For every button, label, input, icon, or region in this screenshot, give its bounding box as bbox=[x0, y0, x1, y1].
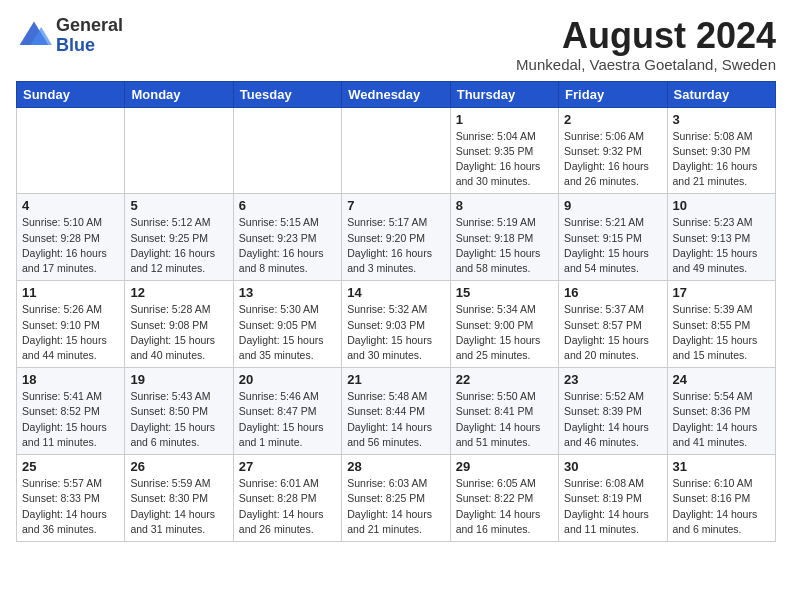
logo-blue: Blue bbox=[56, 35, 95, 55]
day-info: Sunrise: 5:39 AMSunset: 8:55 PMDaylight:… bbox=[673, 302, 770, 363]
calendar-week-row: 4Sunrise: 5:10 AMSunset: 9:28 PMDaylight… bbox=[17, 194, 776, 281]
calendar-table: SundayMondayTuesdayWednesdayThursdayFrid… bbox=[16, 81, 776, 542]
day-info: Sunrise: 5:21 AMSunset: 9:15 PMDaylight:… bbox=[564, 215, 661, 276]
calendar-cell: 27Sunrise: 6:01 AMSunset: 8:28 PMDayligh… bbox=[233, 455, 341, 542]
day-info: Sunrise: 5:17 AMSunset: 9:20 PMDaylight:… bbox=[347, 215, 444, 276]
day-info: Sunrise: 5:04 AMSunset: 9:35 PMDaylight:… bbox=[456, 129, 553, 190]
day-number: 22 bbox=[456, 372, 553, 387]
day-number: 3 bbox=[673, 112, 770, 127]
day-number: 17 bbox=[673, 285, 770, 300]
calendar-cell: 15Sunrise: 5:34 AMSunset: 9:00 PMDayligh… bbox=[450, 281, 558, 368]
day-info: Sunrise: 6:08 AMSunset: 8:19 PMDaylight:… bbox=[564, 476, 661, 537]
calendar-cell: 17Sunrise: 5:39 AMSunset: 8:55 PMDayligh… bbox=[667, 281, 775, 368]
weekday-header: Tuesday bbox=[233, 81, 341, 107]
weekday-header: Friday bbox=[559, 81, 667, 107]
day-info: Sunrise: 6:03 AMSunset: 8:25 PMDaylight:… bbox=[347, 476, 444, 537]
day-number: 19 bbox=[130, 372, 227, 387]
day-number: 14 bbox=[347, 285, 444, 300]
day-number: 21 bbox=[347, 372, 444, 387]
day-info: Sunrise: 5:12 AMSunset: 9:25 PMDaylight:… bbox=[130, 215, 227, 276]
day-info: Sunrise: 5:06 AMSunset: 9:32 PMDaylight:… bbox=[564, 129, 661, 190]
calendar-cell: 19Sunrise: 5:43 AMSunset: 8:50 PMDayligh… bbox=[125, 368, 233, 455]
calendar-cell bbox=[125, 107, 233, 194]
calendar-cell: 24Sunrise: 5:54 AMSunset: 8:36 PMDayligh… bbox=[667, 368, 775, 455]
calendar-cell: 22Sunrise: 5:50 AMSunset: 8:41 PMDayligh… bbox=[450, 368, 558, 455]
day-number: 28 bbox=[347, 459, 444, 474]
calendar-cell: 10Sunrise: 5:23 AMSunset: 9:13 PMDayligh… bbox=[667, 194, 775, 281]
day-info: Sunrise: 6:05 AMSunset: 8:22 PMDaylight:… bbox=[456, 476, 553, 537]
calendar-cell: 29Sunrise: 6:05 AMSunset: 8:22 PMDayligh… bbox=[450, 455, 558, 542]
weekday-header: Sunday bbox=[17, 81, 125, 107]
calendar-week-row: 18Sunrise: 5:41 AMSunset: 8:52 PMDayligh… bbox=[17, 368, 776, 455]
day-info: Sunrise: 5:43 AMSunset: 8:50 PMDaylight:… bbox=[130, 389, 227, 450]
day-number: 9 bbox=[564, 198, 661, 213]
calendar-cell: 8Sunrise: 5:19 AMSunset: 9:18 PMDaylight… bbox=[450, 194, 558, 281]
calendar-cell: 28Sunrise: 6:03 AMSunset: 8:25 PMDayligh… bbox=[342, 455, 450, 542]
calendar-cell: 3Sunrise: 5:08 AMSunset: 9:30 PMDaylight… bbox=[667, 107, 775, 194]
day-number: 27 bbox=[239, 459, 336, 474]
calendar-cell bbox=[342, 107, 450, 194]
day-number: 24 bbox=[673, 372, 770, 387]
day-number: 23 bbox=[564, 372, 661, 387]
day-number: 12 bbox=[130, 285, 227, 300]
calendar-cell: 26Sunrise: 5:59 AMSunset: 8:30 PMDayligh… bbox=[125, 455, 233, 542]
day-info: Sunrise: 5:59 AMSunset: 8:30 PMDaylight:… bbox=[130, 476, 227, 537]
day-info: Sunrise: 6:01 AMSunset: 8:28 PMDaylight:… bbox=[239, 476, 336, 537]
day-number: 11 bbox=[22, 285, 119, 300]
calendar-cell: 5Sunrise: 5:12 AMSunset: 9:25 PMDaylight… bbox=[125, 194, 233, 281]
day-number: 31 bbox=[673, 459, 770, 474]
calendar-cell bbox=[233, 107, 341, 194]
calendar-cell: 2Sunrise: 5:06 AMSunset: 9:32 PMDaylight… bbox=[559, 107, 667, 194]
weekday-header: Saturday bbox=[667, 81, 775, 107]
calendar-cell: 13Sunrise: 5:30 AMSunset: 9:05 PMDayligh… bbox=[233, 281, 341, 368]
day-number: 30 bbox=[564, 459, 661, 474]
day-info: Sunrise: 5:41 AMSunset: 8:52 PMDaylight:… bbox=[22, 389, 119, 450]
calendar-cell: 6Sunrise: 5:15 AMSunset: 9:23 PMDaylight… bbox=[233, 194, 341, 281]
calendar-header-row: SundayMondayTuesdayWednesdayThursdayFrid… bbox=[17, 81, 776, 107]
day-info: Sunrise: 5:54 AMSunset: 8:36 PMDaylight:… bbox=[673, 389, 770, 450]
calendar-week-row: 11Sunrise: 5:26 AMSunset: 9:10 PMDayligh… bbox=[17, 281, 776, 368]
calendar-cell: 16Sunrise: 5:37 AMSunset: 8:57 PMDayligh… bbox=[559, 281, 667, 368]
day-number: 29 bbox=[456, 459, 553, 474]
day-number: 13 bbox=[239, 285, 336, 300]
calendar-cell: 25Sunrise: 5:57 AMSunset: 8:33 PMDayligh… bbox=[17, 455, 125, 542]
day-info: Sunrise: 5:15 AMSunset: 9:23 PMDaylight:… bbox=[239, 215, 336, 276]
calendar-cell: 31Sunrise: 6:10 AMSunset: 8:16 PMDayligh… bbox=[667, 455, 775, 542]
day-number: 7 bbox=[347, 198, 444, 213]
day-info: Sunrise: 5:23 AMSunset: 9:13 PMDaylight:… bbox=[673, 215, 770, 276]
page-header: General Blue August 2024 Munkedal, Vaest… bbox=[16, 16, 776, 73]
logo-icon bbox=[16, 18, 52, 54]
day-number: 26 bbox=[130, 459, 227, 474]
calendar-cell: 18Sunrise: 5:41 AMSunset: 8:52 PMDayligh… bbox=[17, 368, 125, 455]
day-info: Sunrise: 5:48 AMSunset: 8:44 PMDaylight:… bbox=[347, 389, 444, 450]
day-info: Sunrise: 5:34 AMSunset: 9:00 PMDaylight:… bbox=[456, 302, 553, 363]
day-info: Sunrise: 5:50 AMSunset: 8:41 PMDaylight:… bbox=[456, 389, 553, 450]
calendar-cell: 7Sunrise: 5:17 AMSunset: 9:20 PMDaylight… bbox=[342, 194, 450, 281]
calendar-cell: 12Sunrise: 5:28 AMSunset: 9:08 PMDayligh… bbox=[125, 281, 233, 368]
calendar-week-row: 1Sunrise: 5:04 AMSunset: 9:35 PMDaylight… bbox=[17, 107, 776, 194]
day-info: Sunrise: 5:30 AMSunset: 9:05 PMDaylight:… bbox=[239, 302, 336, 363]
day-info: Sunrise: 5:19 AMSunset: 9:18 PMDaylight:… bbox=[456, 215, 553, 276]
location: Munkedal, Vaestra Goetaland, Sweden bbox=[516, 56, 776, 73]
day-info: Sunrise: 5:26 AMSunset: 9:10 PMDaylight:… bbox=[22, 302, 119, 363]
title-block: August 2024 Munkedal, Vaestra Goetaland,… bbox=[516, 16, 776, 73]
day-number: 20 bbox=[239, 372, 336, 387]
day-number: 5 bbox=[130, 198, 227, 213]
day-info: Sunrise: 5:32 AMSunset: 9:03 PMDaylight:… bbox=[347, 302, 444, 363]
calendar-cell: 20Sunrise: 5:46 AMSunset: 8:47 PMDayligh… bbox=[233, 368, 341, 455]
day-number: 16 bbox=[564, 285, 661, 300]
day-info: Sunrise: 5:52 AMSunset: 8:39 PMDaylight:… bbox=[564, 389, 661, 450]
calendar-cell: 21Sunrise: 5:48 AMSunset: 8:44 PMDayligh… bbox=[342, 368, 450, 455]
calendar-cell: 30Sunrise: 6:08 AMSunset: 8:19 PMDayligh… bbox=[559, 455, 667, 542]
day-number: 18 bbox=[22, 372, 119, 387]
day-info: Sunrise: 5:37 AMSunset: 8:57 PMDaylight:… bbox=[564, 302, 661, 363]
day-number: 25 bbox=[22, 459, 119, 474]
logo-general: General bbox=[56, 15, 123, 35]
month-year: August 2024 bbox=[516, 16, 776, 56]
day-info: Sunrise: 5:10 AMSunset: 9:28 PMDaylight:… bbox=[22, 215, 119, 276]
calendar-week-row: 25Sunrise: 5:57 AMSunset: 8:33 PMDayligh… bbox=[17, 455, 776, 542]
logo-text: General Blue bbox=[56, 16, 123, 56]
weekday-header: Wednesday bbox=[342, 81, 450, 107]
day-number: 1 bbox=[456, 112, 553, 127]
weekday-header: Monday bbox=[125, 81, 233, 107]
